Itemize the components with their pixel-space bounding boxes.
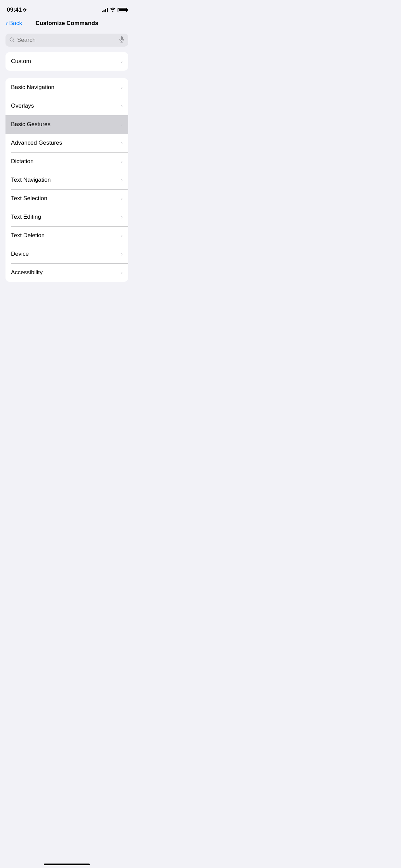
chevron-right-icon: › <box>121 251 123 257</box>
chevron-right-icon: › <box>121 140 123 146</box>
list-item-text-navigation[interactable]: Text Navigation › <box>5 171 128 189</box>
list-item-text-selection[interactable]: Text Selection › <box>5 189 128 208</box>
svg-line-1 <box>13 41 14 42</box>
chevron-right-icon: › <box>121 196 123 201</box>
wifi-icon <box>110 7 116 13</box>
chevron-right-icon: › <box>121 270 123 275</box>
chevron-right-icon: › <box>121 233 123 238</box>
list-item-custom[interactable]: Custom › <box>5 52 128 71</box>
list-item-dictation[interactable]: Dictation › <box>5 152 128 171</box>
chevron-right-icon: › <box>121 177 123 183</box>
chevron-right-icon: › <box>121 85 123 90</box>
chevron-right-icon: › <box>121 214 123 220</box>
list-item-overlays[interactable]: Overlays › <box>5 97 128 115</box>
list-item-basic-gestures[interactable]: Basic Gestures › <box>5 115 128 134</box>
signal-icon <box>102 8 108 12</box>
list-item-advanced-gestures[interactable]: Advanced Gestures › <box>5 134 128 152</box>
chevron-right-icon: › <box>121 159 123 164</box>
location-arrow-icon: ✈ <box>23 7 27 13</box>
list-item-basic-navigation[interactable]: Basic Navigation › <box>5 78 128 97</box>
list-item-text-deletion[interactable]: Text Deletion › <box>5 226 128 245</box>
search-bar[interactable] <box>5 34 128 47</box>
svg-rect-2 <box>121 36 123 40</box>
list-item-text-editing[interactable]: Text Editing › <box>5 208 128 226</box>
page-title: Customize Commands <box>35 20 98 27</box>
main-section: Basic Navigation › Overlays › Basic Gest… <box>5 78 128 282</box>
back-chevron-icon: ‹ <box>5 20 8 26</box>
custom-section: Custom › <box>5 52 128 71</box>
status-icons <box>102 7 127 13</box>
back-button[interactable]: ‹ Back <box>5 20 22 27</box>
chevron-right-icon: › <box>121 122 123 127</box>
search-input[interactable] <box>17 37 117 44</box>
list-item-device[interactable]: Device › <box>5 245 128 263</box>
back-label: Back <box>9 20 22 27</box>
search-container <box>0 31 134 52</box>
custom-card: Custom › <box>5 52 128 71</box>
chevron-right-icon: › <box>121 59 123 64</box>
main-card: Basic Navigation › Overlays › Basic Gest… <box>5 78 128 282</box>
list-item-accessibility[interactable]: Accessibility › <box>5 263 128 282</box>
search-icon <box>10 37 14 43</box>
status-bar: 09:41 ✈ <box>0 0 134 17</box>
chevron-right-icon: › <box>121 103 123 109</box>
nav-bar: ‹ Back Customize Commands <box>0 17 134 31</box>
battery-icon <box>118 8 127 12</box>
mic-icon[interactable] <box>119 36 124 44</box>
status-time: 09:41 ✈ <box>7 7 27 13</box>
